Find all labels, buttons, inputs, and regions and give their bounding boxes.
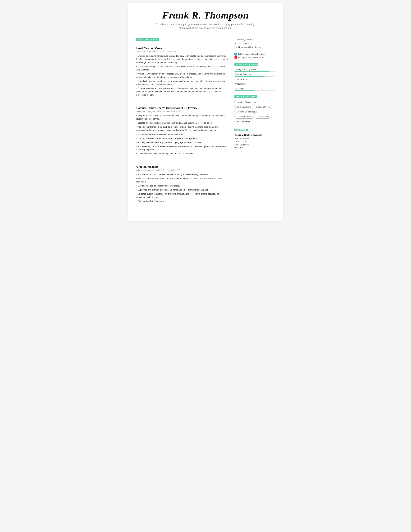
instagram-icon: ● — [234, 56, 237, 59]
contact-phone: (912) 224-9452 — [234, 42, 275, 45]
job-item: Greeter, WalmartAtlanta, Georgia • Augus… — [136, 165, 228, 208]
skill-tag: Stocking & Supplying — [234, 110, 257, 114]
job-bullets: • Provided exceptional customer service … — [136, 173, 228, 203]
interest-bar-fill — [234, 81, 261, 81]
jobs-list: Head Cashier, CostcoSavannah, Georgia • … — [136, 47, 228, 208]
interests-label: INTERESTS & HOBBIES — [234, 63, 258, 66]
edu-years: 2012 — 2016 — [234, 140, 275, 143]
interests-section: INTERESTS & HOBBIES Writing & Playing Mu… — [234, 63, 275, 91]
interest-bar-background — [234, 90, 275, 91]
skill-tag: Order Fulfillment — [254, 105, 272, 109]
resume-document: Frank R. Thompson Experienced cashier re… — [128, 3, 283, 221]
interest-bar-background — [234, 81, 275, 81]
contact-email: frankthompson@gmail.com — [234, 45, 275, 49]
interest-bar-fill — [234, 86, 257, 86]
job-item: Head Cashier, CostcoSavannah, Georgia • … — [136, 47, 228, 102]
job-title: Cashier, Dairy Green's Supermarket & Flo… — [136, 106, 228, 110]
skill-tag: Customer Service — [234, 115, 254, 119]
interest-item: Writing & Playing Music — [234, 68, 275, 72]
job-bullet: • Processed all customer sales transacti… — [136, 145, 228, 151]
job-meta: Atlanta, Georgia • August 2013 — Decembe… — [136, 169, 228, 171]
left-column: WORK EXPERIENCE Head Cashier, CostcoSava… — [136, 38, 228, 213]
contact-info: Savannah, Georgia (912) 224-9452 frankth… — [234, 38, 275, 49]
job-bullet: • Provided exceptional customer service … — [136, 173, 228, 176]
job-item: Cashier, Dairy Green's Supermarket & Flo… — [136, 106, 228, 161]
contact-location: Savannah, Georgia — [234, 38, 275, 42]
job-bullet: • Maintained orderly appearance of check… — [136, 133, 228, 136]
interests-list: Writing & Playing MusicCeramic Sculpting… — [234, 68, 275, 91]
edu-location: Atlanta, Georgia — [234, 137, 275, 140]
interest-name: Photography — [234, 83, 275, 85]
job-bullet: • Helped sales desk with product returns… — [136, 177, 228, 183]
interest-name: Writing & Playing Music — [234, 68, 275, 71]
job-bullet: • Retrieved and stocked carts. — [136, 200, 228, 203]
job-meta: Savannah, Georgia • April 2016 — May 201… — [136, 50, 228, 53]
job-bullets: • Ensured each customer receives outstan… — [136, 54, 228, 96]
job-bullets: • Responsible for providing our customer… — [136, 114, 228, 155]
job-bullet: • Supported and promoted special sale it… — [136, 188, 228, 191]
interest-bar-background — [234, 71, 275, 72]
job-bullet: • Validated customer purchase by checkin… — [136, 192, 228, 199]
skills-section: SKILLS & EXPERTISE Inventory ManagementS… — [234, 95, 275, 124]
job-bullet: • Periodically walked store to ensure aw… — [136, 79, 228, 86]
interest-name: Homebrewing — [234, 78, 275, 80]
main-content: WORK EXPERIENCE Head Cashier, CostcoSava… — [136, 38, 275, 213]
interest-item: Fly Fishing — [234, 87, 275, 91]
skill-tag: Record Keeping — [234, 120, 252, 124]
education-section: EDUCATION Georgia State University Atlan… — [234, 128, 275, 149]
instagram-url: instagram.com/in/quitefrankly — [238, 57, 265, 59]
skills-list: Inventory ManagementStore OperationsOrde… — [234, 100, 275, 124]
candidate-name: Frank R. Thompson — [136, 10, 275, 21]
job-bullet: • Maintained friendly and respectful dec… — [136, 65, 228, 71]
interest-bar-background — [234, 86, 275, 86]
edu-gpa: GPA: 3.2 — [234, 146, 275, 149]
social-links: in linkedin.com/in/frankrthompson ● inst… — [234, 53, 275, 59]
job-bullet: • Verified cash balances at the beginnin… — [136, 152, 228, 155]
job-title: Greeter, Walmart — [136, 165, 228, 169]
job-bullet: • Arrived to work station on time, appro… — [136, 72, 228, 79]
interest-bar-fill — [234, 90, 255, 91]
job-bullet: • Ensured accurate and efficient operati… — [136, 87, 228, 96]
linkedin-icon: in — [234, 53, 237, 56]
job-bullet: • Maintained clean and orderly checkout … — [136, 184, 228, 188]
instagram-link: ● instagram.com/in/quitefrankly — [234, 56, 275, 59]
job-bullet: • Communicated customer concerns and req… — [136, 137, 228, 140]
edu-school: Georgia State University — [234, 133, 275, 136]
interest-bar-background — [234, 76, 275, 76]
job-bullet: • Ensured each customer receives outstan… — [136, 54, 228, 64]
right-column: Savannah, Georgia (912) 224-9452 frankth… — [234, 38, 275, 213]
interest-item: Homebrewing — [234, 78, 275, 81]
job-title: Head Cashier, Costco — [136, 47, 228, 50]
work-experience-label: WORK EXPERIENCE — [136, 38, 159, 41]
linkedin-link: in linkedin.com/in/frankrthompson — [234, 53, 275, 56]
skill-tag: POS Systems — [255, 115, 271, 119]
skill-tag: Inventory Management — [234, 100, 258, 104]
interest-item: Photography — [234, 83, 275, 86]
resume-header: Frank R. Thompson Experienced cashier re… — [136, 10, 275, 33]
interest-bar-fill — [234, 76, 265, 76]
edu-degree: AAS, Ceramics — [234, 143, 275, 146]
job-meta: Savannah, Georgia • January 2015 — April… — [136, 110, 228, 113]
interest-name: Ceramic Sculpting — [234, 73, 275, 76]
interest-item: Ceramic Sculpting — [234, 73, 275, 76]
job-bullet: • Responsible for providing our customer… — [136, 114, 228, 121]
job-bullet: • Greeted all customers, operate the cas… — [136, 121, 228, 124]
job-bullet: • Properly verified age of any customer … — [136, 141, 228, 144]
job-bullet: • Assisted in merchandising, such as sto… — [136, 125, 228, 132]
candidate-tagline: Experienced cashier ready to grow into m… — [154, 22, 257, 30]
skills-label: SKILLS & EXPERTISE — [234, 95, 257, 98]
interest-bar-fill — [234, 71, 269, 72]
linkedin-url: linkedin.com/in/frankrthompson — [238, 53, 266, 55]
interest-name: Fly Fishing — [234, 87, 275, 90]
skill-tag: Store Operations — [234, 105, 253, 109]
education-label: EDUCATION — [234, 129, 248, 131]
